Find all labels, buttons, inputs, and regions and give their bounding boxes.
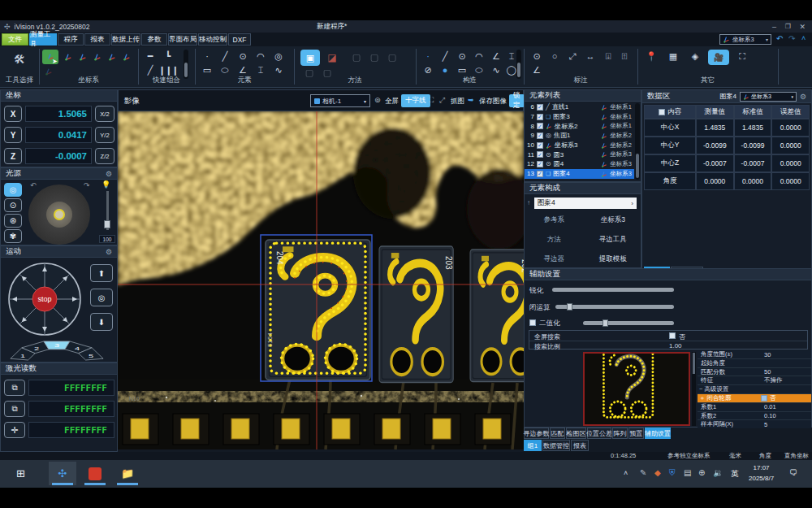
expand-icon[interactable]: ⛶ [429,96,434,105]
construct-rect-icon[interactable]: ▭ [455,64,469,76]
circle-tool-icon[interactable]: ⊙ [235,50,250,63]
microscope-image[interactable]: N10 204 203 [118,111,524,449]
setting-group-row[interactable]: − 高级设置 [698,385,811,394]
annotate-diameter-icon[interactable]: ⊙ [529,50,544,63]
jog-wheel[interactable]: stop [6,260,84,338]
element-row[interactable]: 10✓坐标系3坐标系2 [525,141,634,150]
full-search-checkbox[interactable]: ✓ [669,332,676,339]
element-row[interactable]: 12✓⊙圆4坐标系3 [525,159,634,169]
brightness-slider[interactable] [106,191,109,230]
tab-inspect-zone[interactable]: 检图区 [566,428,586,439]
z-half-button[interactable]: Z/2 [95,148,114,164]
setting-row[interactable]: 系数10.01 [698,403,811,412]
export-arrow-icon[interactable]: ➥ [468,96,474,104]
y-axis-button[interactable]: Y [4,127,22,143]
binarize-slider[interactable] [583,321,674,325]
light-mode-quad-button[interactable]: ⊛ [4,214,22,228]
light-mode-ring-button[interactable]: ◎ [4,183,22,197]
menu-parameters[interactable]: 参数 [141,33,167,46]
construct-circle-icon[interactable]: ⊙ [455,50,469,63]
laser-flip2-button[interactable]: ⧉ [4,401,25,417]
annotate-horizontal-icon[interactable]: ↔ [583,50,598,63]
construct-line-icon[interactable]: ╱ [438,50,452,63]
pin-up-icon[interactable]: ↑ [527,199,530,206]
taskbar-app-ivision[interactable]: ✣ [49,462,76,485]
setting-row[interactable]: 角度范围(±)30 [698,350,811,359]
checkbox-checked-icon[interactable]: ✓ [537,142,543,149]
element-row[interactable]: 11✓⊙圆3坐标系3 [525,150,634,159]
search-ratio-value[interactable]: 1.00 [669,342,682,350]
method-slot-icon[interactable]: ▢ [349,51,364,63]
maximize-button[interactable]: ❐ [785,23,791,30]
tab-preset[interactable]: 预置 [628,428,644,439]
fit-view-icon[interactable]: ⤢ [439,96,445,105]
menu-layout[interactable]: 界面布局 [168,33,197,46]
group-scrollbar[interactable] [184,50,188,79]
method-slot-icon[interactable]: ▢ [385,51,400,63]
clock[interactable]: 17:07 2025/8/7 [749,463,774,484]
gear-icon[interactable]: ⚙ [106,170,112,178]
fullscreen-button[interactable]: 全屏 [385,97,399,106]
element-row[interactable]: 8✓坐标系2坐标系1 [525,121,634,131]
camera-settings-icon[interactable]: ⊚ [374,96,381,104]
y-half-button[interactable]: Y/2 [95,127,114,143]
construct-arc-icon[interactable]: ◠ [472,50,486,63]
coord-tool-active[interactable]: ➤ [42,50,58,64]
collapse-icon[interactable]: − [699,385,702,393]
laser-flip1-button[interactable]: ⧉ [4,380,25,396]
collapse-ribbon-icon[interactable]: ˄ [801,34,806,42]
binarize-checkbox[interactable]: ✓ [529,319,536,326]
element-row-selected[interactable]: 13✓❏图案4坐标系3 [525,169,634,179]
tray-pen-icon[interactable]: ✎ [640,468,646,477]
quick-corner-icon[interactable]: ┗ [161,50,175,63]
menu-dxf[interactable]: DXF [228,33,251,46]
laser-cross-button[interactable]: ✛ [4,422,25,438]
curve-tool-icon[interactable]: ∿ [271,64,286,76]
eraser-icon[interactable]: ◪ [325,51,339,63]
scan-frame-icon[interactable]: ⛶ [735,50,749,63]
light-ring-disc[interactable] [28,185,90,245]
tab-group1[interactable]: 组1 [524,440,542,451]
tab-position-tolerance[interactable]: 位置公差 [587,428,611,439]
checkbox-checked-icon[interactable]: ✓ [537,123,543,129]
data-coord-select[interactable]: 坐标系3 ▾ [740,92,797,102]
tab-edge-params[interactable]: 寻边参数 [524,428,549,439]
setting-row-highlighted[interactable]: ＋ 闭合轮廓 ✓否 [698,394,811,403]
menu-report[interactable]: 报表 [84,33,110,46]
arc-tool-icon[interactable]: ◠ [253,50,268,63]
camera-tool-active[interactable]: 🎥 [708,50,729,65]
annotate-radius-icon[interactable]: ○ [547,50,562,63]
menu-file[interactable]: 文件 [2,33,28,46]
coord-tool-icon[interactable] [45,67,53,76]
checkbox-icon[interactable]: ✓ [659,109,665,115]
tray-folder-icon[interactable]: ▤ [684,468,691,477]
tab-report[interactable]: 报表 [571,440,589,451]
tool-select-icon[interactable]: 🛠 [12,53,27,65]
tray-badge-icon[interactable]: ◆ [654,468,661,477]
taskbar-app-explorer[interactable]: 📁 [114,462,141,485]
annotate-oblique-icon[interactable]: ⤢ [565,50,580,63]
ring-tool-icon[interactable]: ◎ [271,50,286,63]
gear-icon[interactable]: ⚙ [106,248,112,256]
tab-data-control[interactable]: 数据管控 [542,440,570,451]
construct-dot-icon[interactable]: ● [438,64,452,76]
x-axis-button[interactable]: X [4,106,22,122]
pin-icon[interactable]: 📍 [644,50,659,63]
composition-element-box[interactable]: 图案4 › [534,198,637,209]
distance-tool-icon[interactable]: ⌶ [253,64,268,76]
setting-row[interactable]: 起始角度 [698,359,811,368]
group-scrollbar[interactable] [516,50,521,79]
comp-value[interactable]: 提取模板 [584,254,643,264]
tray-shield-icon[interactable]: ⛨ [669,468,676,478]
method-box-active[interactable]: ▣ [300,50,320,66]
coord-tool-icon[interactable] [123,53,131,61]
gear-icon[interactable]: ⚙ [800,93,806,101]
setting-row[interactable]: 样本间隔(X)5 [698,420,811,428]
tray-chevron-icon[interactable]: ˄ [624,469,628,477]
lock-toggle[interactable]: 锁定 [509,94,525,107]
rect-tool-icon[interactable]: ▭ [200,64,214,76]
slot-tool-icon[interactable]: ⬭ [218,64,232,76]
menu-data-upload[interactable]: 数据上传 [111,33,140,46]
tab-match[interactable]: 匹配 [550,428,565,439]
setting-row[interactable]: 特征不操作 [698,376,811,385]
